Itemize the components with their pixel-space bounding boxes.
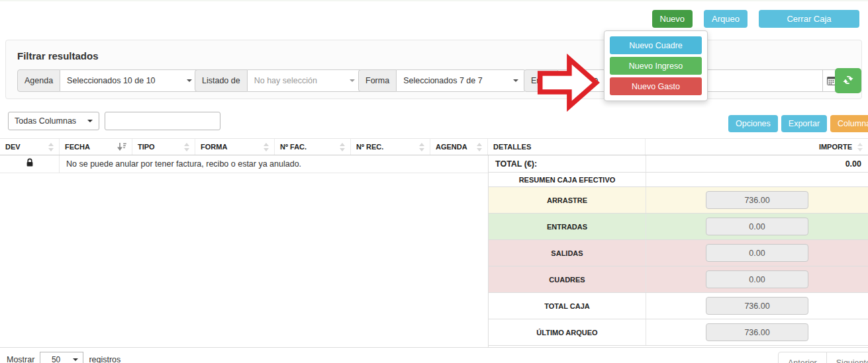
sort-desc-icon (117, 143, 126, 151)
salidas-value: 0.00 (706, 244, 808, 262)
agenda-selected-text: Seleccionados 10 de 10 (67, 76, 155, 85)
mostrar-label: Mostrar (7, 355, 34, 363)
chevron-down-icon (350, 79, 355, 82)
sort-icon (857, 143, 863, 151)
page-size-value: 50 (52, 355, 60, 363)
lock-icon (26, 158, 34, 170)
chevron-down-icon (513, 79, 518, 82)
col-header-detalles[interactable]: DETALLES (488, 139, 646, 155)
total-value: 0.00 (646, 155, 868, 172)
filter-panel-title: Filtrar resultados (17, 50, 99, 61)
chevron-down-icon (73, 358, 78, 361)
chevron-down-icon (87, 120, 93, 122)
exportar-button[interactable]: Exportar (781, 115, 827, 132)
agenda-label: Agenda (17, 69, 60, 92)
total-row: TOTAL (€): 0.00 (489, 155, 868, 173)
table-header-row: DEV FECHA TIPO FORMA Nº FAC. Nº REC. AGE… (0, 138, 868, 155)
arqueo-button[interactable]: Arqueo (704, 10, 747, 28)
sort-icon (264, 143, 269, 151)
top-action-bar: Nuevo Arqueo Cerrar Caja (652, 10, 860, 28)
locked-row-message: No se puede anular por tener factura, re… (60, 155, 488, 173)
table-body: No se puede anular por tener factura, re… (0, 155, 868, 348)
cerrar-caja-button[interactable]: Cerrar Caja (759, 10, 859, 28)
menu-item-nuevo-gasto[interactable]: Nuevo Gasto (610, 77, 702, 95)
total-caja-row: TOTAL CAJA 736.00 (489, 293, 868, 319)
sort-icon (340, 143, 345, 151)
entre-label: Entre (524, 69, 558, 92)
page-size-select[interactable]: 50 (40, 352, 83, 363)
page-size-control: Mostrar 50 registros (7, 352, 121, 363)
sort-icon (184, 143, 189, 151)
previous-page-button[interactable]: Anterior (778, 352, 827, 363)
next-page-button[interactable]: Siguiente (827, 352, 868, 363)
forma-selected-text: Seleccionados 7 de 7 (403, 76, 483, 85)
refresh-icon (842, 74, 854, 88)
refresh-button[interactable] (835, 68, 861, 93)
col-header-forma[interactable]: FORMA (195, 139, 275, 155)
sort-icon (48, 143, 54, 151)
resumen-title: RESUMEN CAJA EFECTIVO (489, 173, 646, 186)
salidas-row: SALIDAS 0.00 (489, 240, 868, 266)
entradas-value: 0.00 (706, 218, 808, 235)
forma-filter-group: Forma Seleccionados 7 de 7 (358, 69, 526, 92)
entradas-row: ENTRADAS 0.00 (489, 214, 868, 240)
col-header-agenda[interactable]: AGENDA (430, 139, 488, 155)
table-toolbar-buttons: Opciones Exportar Columnas (728, 115, 868, 132)
arrastre-row: ARRASTRE 736.00 (489, 187, 868, 214)
listado-label: Listado de (195, 69, 248, 92)
forma-label: Forma (358, 69, 397, 92)
table-row: No se puede anular por tener factura, re… (0, 155, 488, 173)
dev-cell (0, 155, 60, 173)
cash-summary: TOTAL (€): 0.00 RESUMEN CAJA EFECTIVO AR… (488, 155, 868, 347)
column-filter-select[interactable]: Todas Columnas (8, 112, 99, 130)
total-label: TOTAL (€): (489, 155, 646, 172)
col-header-nrec[interactable]: Nº REC. (351, 139, 430, 155)
cuadres-value: 0.00 (706, 270, 808, 288)
menu-item-nuevo-cuadre[interactable]: Nuevo Cuadre (610, 36, 702, 54)
arrastre-value: 736.00 (706, 191, 808, 209)
listado-selected-text: No hay selección (254, 76, 317, 85)
nuevo-dropdown-menu: Nuevo Cuadre Nuevo Ingreso Nuevo Gasto (604, 30, 708, 101)
forma-multiselect[interactable]: Seleccionados 7 de 7 (397, 69, 526, 92)
sort-icon (419, 143, 424, 151)
menu-item-nuevo-ingreso[interactable]: Nuevo Ingreso (610, 57, 702, 75)
opciones-button[interactable]: Opciones (728, 115, 778, 132)
table-search-input[interactable] (105, 112, 220, 130)
col-header-importe[interactable]: IMPORTE (646, 139, 868, 155)
listado-filter-group: Listado de No hay selección (195, 69, 362, 92)
column-filter-value: Todas Columnas (15, 116, 76, 126)
col-header-nfac[interactable]: Nº FAC. (275, 139, 351, 155)
ultimo-arqueo-row: ÚLTIMO ARQUEO 736.00 (489, 319, 868, 346)
col-header-dev[interactable]: DEV (0, 139, 60, 155)
caja-screen: Nuevo Arqueo Cerrar Caja Nuevo Cuadre Nu… (0, 0, 868, 363)
col-header-tipo[interactable]: TIPO (132, 139, 195, 155)
cuadres-row: CUADRES 0.00 (489, 266, 868, 293)
sort-icon (477, 143, 482, 151)
total-caja-value: 736.00 (706, 297, 808, 315)
filter-panel: Filtrar resultados Agenda Seleccionados … (5, 40, 862, 99)
listado-multiselect[interactable]: No hay selección (248, 69, 362, 92)
nuevo-button[interactable]: Nuevo (652, 10, 693, 28)
col-header-fecha[interactable]: FECHA (60, 139, 132, 155)
columnas-button[interactable]: Columnas (830, 115, 868, 132)
registros-label: registros (89, 355, 121, 363)
resumen-header-row: RESUMEN CAJA EFECTIVO (489, 173, 868, 187)
ultimo-arqueo-value: 736.00 (706, 323, 808, 341)
agenda-filter-group: Agenda Seleccionados 10 de 10 (17, 69, 199, 92)
pagination: Anterior Siguiente (778, 352, 868, 363)
chevron-down-icon (187, 79, 192, 82)
agenda-multiselect[interactable]: Seleccionados 10 de 10 (60, 69, 199, 92)
